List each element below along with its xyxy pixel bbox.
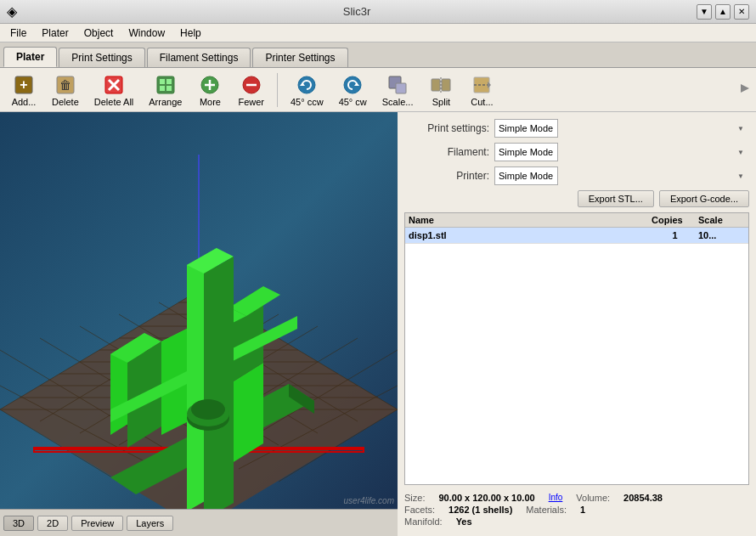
menu-plater[interactable]: Plater [35, 25, 75, 41]
materials-key: Materials: [526, 505, 567, 515]
facets-val: 1262 (1 shells) [449, 505, 512, 515]
viewport-bottom-bar: 3D 2D Preview Layers [0, 509, 398, 536]
menu-help[interactable]: Help [173, 25, 208, 41]
object-list-header: Name Copies Scale [405, 213, 748, 228]
toolbar-expand[interactable] [739, 80, 751, 99]
svg-point-77 [191, 399, 225, 420]
toolbar-sep-1 [277, 73, 278, 107]
scale-button[interactable]: Scale... [376, 71, 420, 110]
tab-printer-settings[interactable]: Printer Settings [252, 48, 347, 67]
object-list-row[interactable]: disp1.stl 1 10... [405, 228, 748, 244]
viewport-3d [0, 112, 398, 509]
view-preview-button[interactable]: Preview [71, 516, 123, 531]
minimize-button[interactable]: ▼ [697, 4, 712, 20]
info-row-manifold: Manifold: Yes [404, 516, 749, 528]
view-3d-button[interactable]: 3D [3, 516, 34, 531]
filament-label: Filament: [404, 146, 489, 158]
viewport[interactable]: 3D 2D Preview Layers user4life.com [0, 112, 398, 536]
split-button[interactable]: Split [422, 71, 460, 110]
rotate-cw-button[interactable]: 45° cw [333, 71, 373, 110]
scale-icon [386, 73, 409, 97]
scale-label: Scale... [382, 97, 414, 107]
svg-marker-29 [741, 84, 749, 93]
info-link[interactable]: Info [549, 493, 563, 503]
info-section: Size: 90.00 x 120.00 x 10.00 Info Volume… [404, 490, 749, 529]
filament-select[interactable]: Simple Mode [494, 143, 558, 161]
delete-all-label: Delete All [94, 97, 133, 107]
object-scale: 10... [698, 230, 745, 240]
size-val: 90.00 x 120.00 x 10.00 [438, 493, 534, 503]
menu-object[interactable]: Object [77, 25, 121, 41]
svg-rect-22 [396, 83, 406, 93]
app-logo: ◈ [7, 3, 17, 20]
cut-icon [470, 73, 494, 97]
tab-filament-settings[interactable]: Filament Settings [147, 48, 251, 67]
rotate-cw-icon [341, 73, 364, 97]
title-bar-left: ◈ [7, 3, 17, 20]
object-copies: 1 [652, 230, 698, 240]
delete-label: Delete [52, 97, 79, 107]
delete-button[interactable]: 🗑 Delete [46, 71, 85, 110]
window-controls: ▼ ▲ ✕ [697, 4, 749, 20]
svg-text:+: + [20, 77, 27, 92]
view-2d-button[interactable]: 2D [37, 516, 68, 531]
menu-window[interactable]: Window [121, 25, 172, 41]
print-settings-select[interactable]: Simple Mode [494, 119, 558, 138]
view-layers-button[interactable]: Layers [127, 516, 173, 531]
export-buttons-row: Export STL... Export G-code... [404, 190, 749, 207]
rotate-cw-label: 45° cw [339, 97, 367, 107]
svg-marker-74 [204, 257, 234, 509]
info-row-facets: Facets: 1262 (1 shells) Materials: 1 [404, 504, 749, 516]
cut-button[interactable]: Cut... [463, 71, 500, 110]
close-button[interactable]: ✕ [734, 4, 749, 20]
right-panel: Print settings: Simple Mode Filament: Si… [398, 112, 756, 536]
more-button[interactable]: More [191, 71, 228, 110]
volume-key: Volume: [576, 493, 610, 503]
export-stl-button[interactable]: Export STL... [578, 190, 654, 207]
delete-all-icon [102, 73, 126, 97]
printer-row: Printer: Simple Mode [404, 166, 749, 185]
svg-rect-23 [432, 79, 440, 91]
svg-rect-8 [160, 79, 165, 84]
printer-select[interactable]: Simple Mode [494, 166, 558, 185]
export-gcode-button[interactable]: Export G-code... [659, 190, 749, 207]
menu-file[interactable]: File [3, 25, 33, 41]
svg-rect-9 [166, 79, 172, 84]
arrange-icon [154, 73, 178, 97]
tab-plater[interactable]: Plater [3, 47, 57, 67]
svg-rect-24 [442, 79, 450, 91]
add-label: Add... [12, 97, 37, 107]
arrange-label: Arrange [149, 97, 182, 107]
col-name-header: Name [409, 215, 652, 225]
toolbar: + Add... 🗑 Delete Delete All [0, 68, 756, 112]
printer-label: Printer: [404, 170, 489, 182]
cut-label: Cut... [471, 97, 493, 107]
menu-bar: File Plater Object Window Help [0, 24, 756, 42]
materials-val: 1 [580, 505, 585, 515]
filament-row: Filament: Simple Mode [404, 143, 749, 161]
title-bar: ◈ Slic3r ▼ ▲ ✕ [0, 0, 756, 24]
tab-print-settings[interactable]: Print Settings [59, 48, 144, 67]
rotate-ccw-button[interactable]: 45° ccw [285, 71, 330, 110]
print-settings-row: Print settings: Simple Mode [404, 119, 749, 138]
rotate-ccw-label: 45° ccw [291, 97, 324, 107]
svg-rect-10 [160, 86, 165, 91]
tab-bar: Plater Print Settings Filament Settings … [0, 42, 756, 68]
window-title: Slic3r [17, 5, 697, 18]
add-button[interactable]: + Add... [5, 71, 42, 110]
printer-select-wrapper: Simple Mode [494, 166, 749, 185]
watermark: user4life.com [344, 496, 394, 505]
delete-all-button[interactable]: Delete All [88, 71, 139, 110]
arrange-button[interactable]: Arrange [143, 71, 188, 110]
fewer-button[interactable]: Fewer [232, 71, 270, 110]
more-icon [198, 73, 222, 97]
object-name: disp1.stl [409, 230, 652, 240]
size-key: Size: [404, 493, 425, 503]
volume-val: 20854.38 [623, 493, 663, 503]
more-label: More [200, 97, 221, 107]
print-settings-label: Print settings: [404, 122, 489, 134]
fewer-icon [240, 73, 263, 97]
filament-select-wrapper: Simple Mode [494, 143, 749, 161]
maximize-button[interactable]: ▲ [715, 4, 731, 20]
info-row-size: Size: 90.00 x 120.00 x 10.00 Info Volume… [404, 492, 749, 504]
